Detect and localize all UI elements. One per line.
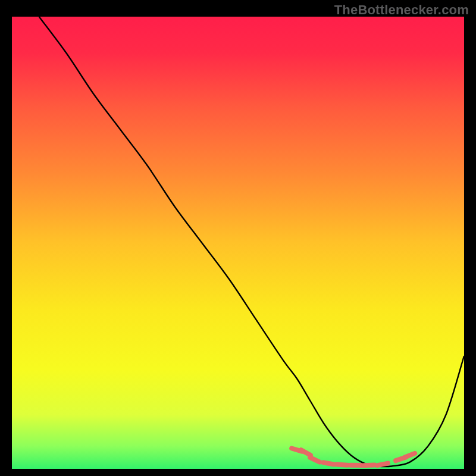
chart-frame <box>12 17 464 469</box>
optimal-marker <box>364 465 374 466</box>
optimal-marker <box>377 464 388 466</box>
optimal-marker <box>337 465 347 465</box>
gradient-background <box>12 17 464 469</box>
bottleneck-chart <box>12 17 464 469</box>
watermark-text: TheBottlenecker.com <box>334 2 469 18</box>
optimal-marker <box>323 462 334 464</box>
